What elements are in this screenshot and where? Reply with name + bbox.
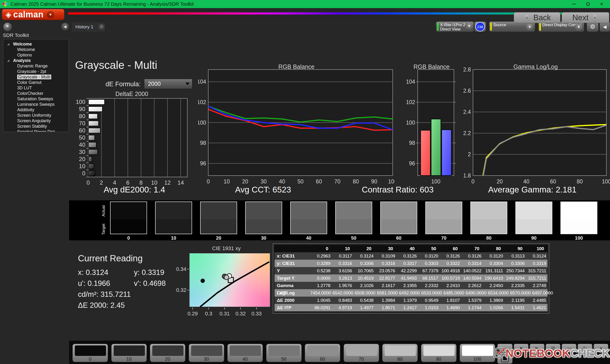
play-button[interactable]: ▶: [530, 344, 545, 352]
meter-status-stripe: [437, 23, 439, 31]
gray-patch-button-0[interactable]: 0: [72, 344, 108, 362]
table-cell: 10.7065: [353, 267, 375, 274]
sidebar-item-grayscale-2pt[interactable]: Grayscale - 2pt: [3, 69, 69, 74]
window-layout-button[interactable]: [497, 353, 513, 364]
tree-group-analysis[interactable]: Analysis: [3, 58, 69, 63]
sidebar-item-welcome[interactable]: Welcome: [3, 47, 69, 52]
tree-expander-icon[interactable]: [7, 60, 9, 62]
levels-button[interactable]: ▥: [546, 344, 560, 352]
swatch-target-half: [516, 219, 552, 234]
sidebar-item-screen-uniformity[interactable]: Screen Uniformity: [3, 113, 69, 118]
meter-dropdown[interactable]: X-Rite i1Pro 2 Direct View ▼: [436, 21, 474, 32]
swatch-level-label: 0: [110, 235, 147, 241]
record-button[interactable]: ●: [594, 344, 608, 352]
sidebar-sphere-button[interactable]: [3, 23, 12, 31]
sidebar-item-color-gamut[interactable]: Color Gamut: [3, 80, 69, 85]
tree-expander-icon[interactable]: [7, 43, 9, 45]
deltae-bar-70: [88, 121, 99, 126]
back-button[interactable]: « Back: [514, 12, 560, 23]
svg-text:100: 100: [406, 120, 415, 126]
tree-group-welcome[interactable]: Welcome: [3, 41, 69, 47]
table-cell: 23.0576: [375, 267, 397, 274]
chevron-down-icon[interactable]: ▼: [465, 22, 473, 29]
gray-patch-label: 40: [228, 356, 263, 362]
sidebar-item-3d-lut[interactable]: 3D LUT: [3, 85, 69, 91]
maximize-button[interactable]: [581, 0, 595, 8]
add-tab-button[interactable]: +: [97, 22, 105, 32]
svg-text:100: 100: [76, 99, 85, 105]
pager-up-button[interactable]: ▲: [497, 344, 513, 352]
calman-menu-button[interactable]: ◈ calman ▼: [2, 9, 64, 20]
gray-patch-label: 90: [421, 356, 456, 362]
layout-tree: WelcomeWelcomeOptionsAnalysisDynamic Ran…: [3, 39, 69, 132]
grayscale-swatch-30: [245, 202, 282, 234]
gray-patch-button-10[interactable]: 10: [111, 344, 147, 362]
stop-button[interactable]: ■: [514, 344, 529, 352]
table-cell: 140.5594: [461, 274, 483, 282]
sidebar-item-options[interactable]: Options: [3, 52, 69, 58]
table-row-y: Y0.52383.615610.706523.057642.229967.737…: [274, 267, 547, 274]
sidebar-item-additivity[interactable]: Additivity: [3, 107, 69, 113]
current-reading-title: Current Reading: [78, 253, 143, 263]
table-cell: 0.3314: [461, 260, 483, 267]
sidebar-item-spectral-power-dist[interactable]: Spectral Power Dist.: [3, 129, 69, 132]
svg-text:30: 30: [79, 149, 85, 155]
minimize-button[interactable]: [567, 0, 581, 8]
table-cell: 67.7379: [418, 267, 440, 274]
gray-patch-button-50[interactable]: 50: [266, 344, 302, 362]
sidebar-item-saturation-sweeps[interactable]: Saturation Sweeps: [3, 96, 69, 102]
calman-app-window: Calman 2025 Calman Ultimate for Business…: [0, 0, 610, 364]
gray-patch-button-100[interactable]: 100: [460, 344, 495, 362]
gray-patch-button-80[interactable]: 80: [382, 344, 418, 362]
tab-history-1[interactable]: History 1: [71, 22, 97, 32]
reading-v: v': 0.4698: [134, 279, 166, 288]
table-cell: 2.1617: [375, 282, 397, 289]
row-label: Target Y: [274, 274, 310, 282]
sidebar-item-screen-stability[interactable]: Screen Stability: [3, 124, 69, 129]
next-label: Next: [572, 13, 589, 22]
sidebar-item-dynamic-range[interactable]: Dynamic Range: [3, 63, 69, 69]
swatch-level-label: 80: [470, 235, 507, 241]
table-col-header-0: 0: [310, 245, 332, 252]
gray-patch-button-60[interactable]: 60: [305, 344, 340, 362]
sidebar-item-colorchecker[interactable]: ColorChecker: [3, 91, 69, 96]
table-cell: 2.2335: [505, 282, 526, 289]
table-cell: 2.2749: [526, 282, 547, 289]
loop-button[interactable]: ∞: [562, 344, 576, 352]
chevron-down-icon[interactable]: ▼: [47, 11, 54, 18]
svg-text:102: 102: [406, 99, 415, 105]
actual-row-label: Actual: [101, 202, 106, 219]
arrow-next-icon: »: [591, 14, 598, 21]
swatch-actual-half: [246, 202, 282, 219]
table-row-e-itp: ΔE ITP86.02914.97191.49771.85711.24171.0…: [274, 304, 547, 311]
svg-text:0.32: 0.32: [176, 287, 186, 293]
gray-patch-button-90[interactable]: 90: [421, 344, 456, 362]
svg-text:96: 96: [200, 160, 206, 167]
gray-patch-button-70[interactable]: 70: [344, 344, 379, 362]
chevron-down-icon[interactable]: ▼: [526, 23, 534, 30]
sidebar-item-grayscale-multi[interactable]: Grayscale - Multi: [3, 74, 69, 80]
table-cell: 6533.0000: [421, 289, 443, 297]
next-button[interactable]: Next »: [562, 12, 609, 23]
sidebar-item-screen-angularity[interactable]: Screen Angularity: [3, 118, 69, 124]
gray-patch-button-30[interactable]: 30: [189, 344, 224, 362]
sidebar-item-luminance-sweeps[interactable]: Luminance Sweeps: [3, 102, 69, 107]
table-cell: 2.1195: [505, 297, 526, 304]
swatch-target-half: [381, 219, 417, 234]
page-title: Grayscale - Multi: [75, 59, 157, 71]
table-cell: 0.8483: [332, 297, 354, 304]
refresh-button[interactable]: ↻: [578, 344, 592, 352]
table-cell: 7454.0000: [310, 289, 332, 297]
sidebar-collapse-button[interactable]: ◀: [61, 23, 69, 30]
gray-patch-label: 80: [382, 356, 417, 362]
chevron-down-icon[interactable]: ▼: [575, 23, 583, 30]
table-cell: 2.2612: [461, 282, 483, 289]
close-button[interactable]: ✕: [595, 0, 609, 8]
gray-patch-button-20[interactable]: 20: [150, 344, 185, 362]
svg-text:100: 100: [388, 178, 395, 185]
svg-text:60: 60: [79, 127, 85, 134]
gray-patch-button-40[interactable]: 40: [227, 344, 263, 362]
table-cell: 250.7344: [505, 267, 526, 274]
de-formula-dropdown[interactable]: 2000: [144, 79, 192, 89]
swatch-target-half: [471, 219, 507, 234]
